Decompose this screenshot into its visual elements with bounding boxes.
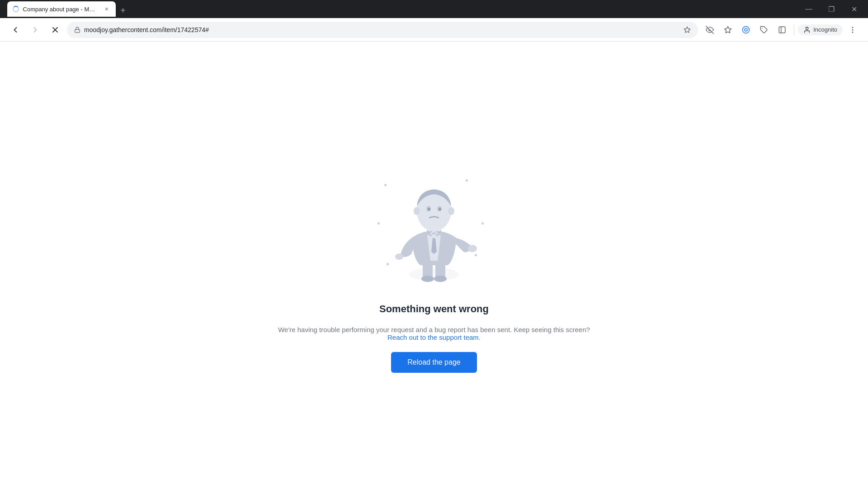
new-tab-button[interactable]: + [117, 4, 129, 17]
star-nav-icon-button[interactable] [720, 22, 736, 38]
error-illustration [375, 157, 493, 292]
svg-marker-5 [684, 27, 690, 33]
svg-point-29 [439, 208, 441, 211]
eye-off-icon-button[interactable] [702, 22, 718, 38]
support-link[interactable]: Reach out to the support team [387, 333, 479, 341]
reload-page-button[interactable]: Reload the page [391, 352, 476, 373]
title-bar: Company about page - My ne... × + — ❐ ✕ [0, 0, 868, 18]
svg-point-14 [852, 27, 853, 28]
forward-button[interactable] [27, 22, 43, 38]
extensions-icon-button[interactable] [756, 22, 772, 38]
svg-point-9 [745, 28, 747, 31]
tab-title: Company about page - My ne... [23, 6, 98, 13]
svg-point-28 [428, 208, 430, 211]
error-description-suffix: . [479, 333, 481, 341]
tab-close-button[interactable]: × [103, 5, 110, 13]
loading-spinner [13, 6, 19, 12]
error-description-prefix: We're having trouble performing your req… [278, 326, 590, 333]
back-button[interactable] [7, 22, 24, 38]
window-controls: — ❐ ✕ [798, 0, 864, 18]
nav-icons-right: Incognito [702, 22, 861, 38]
close-button[interactable]: ✕ [844, 0, 864, 18]
reload-nav-button[interactable] [47, 22, 63, 38]
active-tab[interactable]: Company about page - My ne... × [7, 1, 116, 17]
svg-point-13 [806, 27, 808, 29]
error-title: Something went wrong [379, 303, 489, 315]
menu-button[interactable] [844, 22, 861, 38]
url-text: moodjoy.gathercontent.com/item/17422574# [84, 26, 680, 33]
dot-2 [377, 222, 380, 225]
browser-frame: Company about page - My ne... × + — ❐ ✕ [0, 0, 868, 488]
dot-5 [481, 222, 484, 225]
error-description: We're having trouble performing your req… [276, 326, 592, 341]
minimize-button[interactable]: — [798, 0, 819, 18]
dot-3 [387, 263, 389, 265]
address-bar[interactable]: moodjoy.gathercontent.com/item/17422574# [67, 22, 698, 38]
incognito-button[interactable]: Incognito [798, 24, 843, 35]
page-content: Something went wrong We're having troubl… [0, 42, 868, 488]
divider [794, 24, 794, 35]
dot-4 [466, 179, 468, 182]
incognito-icon [803, 26, 811, 33]
incognito-label: Incognito [813, 26, 837, 33]
svg-rect-11 [779, 27, 785, 33]
svg-rect-4 [75, 29, 80, 32]
svg-point-30 [414, 207, 420, 215]
dot-1 [384, 184, 387, 186]
svg-point-15 [852, 29, 853, 30]
svg-point-22 [468, 245, 477, 252]
nav-bar: moodjoy.gathercontent.com/item/17422574# [0, 18, 868, 42]
person-svg [375, 157, 493, 292]
svg-point-23 [395, 253, 403, 260]
dot-6 [475, 254, 477, 256]
lock-icon [74, 27, 80, 33]
svg-point-16 [852, 32, 853, 33]
svg-point-17 [409, 267, 459, 281]
tab-favicon [13, 5, 19, 13]
sidebar-icon-button[interactable] [774, 22, 790, 38]
star-icon[interactable] [684, 26, 691, 33]
maximize-button[interactable]: ❐ [821, 0, 842, 18]
tab-bar: Company about page - My ne... × + [4, 1, 795, 17]
svg-point-31 [448, 207, 454, 215]
svg-point-21 [434, 276, 447, 282]
svg-point-8 [743, 26, 750, 33]
svg-point-20 [421, 276, 434, 282]
svg-marker-7 [725, 26, 731, 33]
error-container: Something went wrong We're having troubl… [276, 157, 592, 373]
chrome-icon-button[interactable] [738, 22, 754, 38]
